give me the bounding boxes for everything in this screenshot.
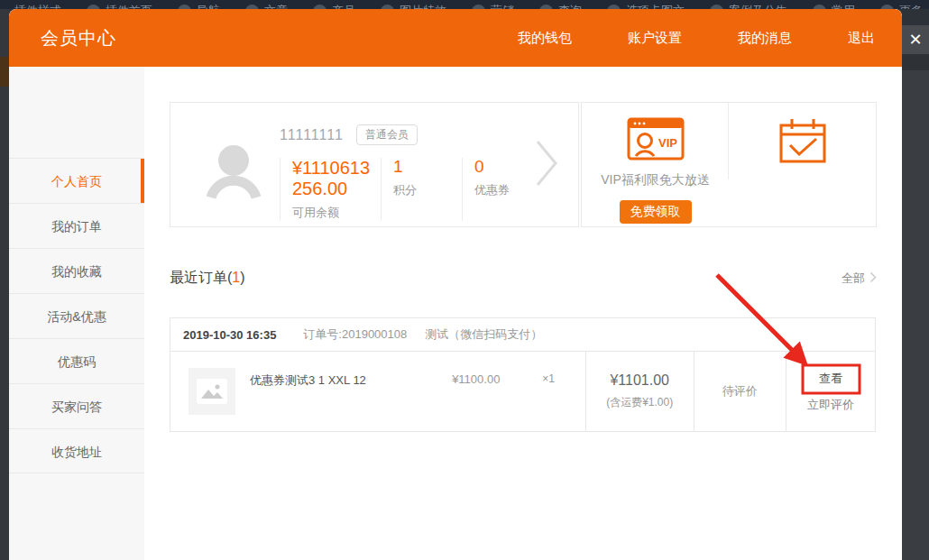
free-claim-button[interactable]: 免费领取: [620, 200, 692, 224]
vip-promo-text: VIP福利限免大放送: [601, 172, 710, 188]
svg-text:VIP: VIP: [658, 136, 677, 150]
backdrop-content-fragment: [902, 9, 929, 25]
sidebar: 个人首页 我的订单 我的收藏 活动&优惠 优惠码 买家问答 收货地址: [9, 67, 144, 560]
page-title: 会员中心: [41, 26, 116, 50]
view-order-button[interactable]: 查看: [819, 371, 842, 387]
avatar: [204, 139, 263, 226]
product-image-placeholder[interactable]: [189, 368, 235, 415]
nav-my-messages[interactable]: 我的消息: [738, 30, 792, 47]
order-total-amount: ¥1101.00: [610, 372, 669, 389]
main-content: 11111111 普通会员 ¥1110613256.00 可用余额 1 积分: [144, 67, 902, 560]
balance-stat: ¥1110613256.00 可用余额: [280, 158, 381, 221]
close-icon: ✕: [908, 31, 922, 49]
backdrop-content-fragment: [0, 57, 9, 87]
order-date: 2019-10-30 16:35: [183, 328, 276, 342]
nav-account-settings[interactable]: 账户设置: [628, 30, 682, 47]
backdrop-content-fragment: [902, 54, 929, 70]
calendar-check-icon: [778, 117, 827, 226]
order-card: 2019-10-30 16:35 订单号:2019000108 测试（微信扫码支…: [170, 317, 876, 432]
background-menu-item: 插件首页: [87, 3, 152, 9]
background-menu-item: 导航: [178, 3, 220, 9]
order-row: 优惠券测试3 1 XXL 12 ¥1100.00 ×1 ¥1101.00 (含运…: [170, 352, 875, 431]
member-level-badge: 普通会员: [356, 124, 418, 145]
balance-label: 可用余额: [292, 205, 381, 221]
nav-my-wallet[interactable]: 我的钱包: [518, 30, 572, 47]
background-menu-item: 产品: [313, 3, 355, 9]
sidebar-item-coupon-code[interactable]: 优惠码: [9, 338, 144, 383]
order-status-cell: 待评价: [694, 352, 786, 431]
sidebar-item-personal-home[interactable]: 个人首页: [9, 158, 144, 203]
order-pay-method: 测试（微信扫码支付）: [425, 326, 542, 343]
username: 11111111: [280, 127, 344, 143]
points-stat: 1 积分: [381, 158, 462, 221]
background-page-navbar: 插件样式 插件首页 导航 文章 产品 图片特效 营销 查询 选项卡图文 案例及公…: [0, 0, 929, 9]
order-action-cell: 查看 立即评价: [786, 352, 875, 431]
order-total-cell: ¥1101.00 (含运费¥1.00): [585, 352, 694, 431]
order-status: 待评价: [722, 383, 758, 399]
product-quantity: ×1: [542, 368, 555, 385]
product-name[interactable]: 优惠券测试3 1 XXL 12: [250, 368, 452, 389]
recent-orders-title: 最近订单(1): [170, 269, 245, 288]
chevron-right-icon: [869, 271, 877, 286]
view-all-orders-link[interactable]: 全部: [842, 271, 877, 287]
order-number: 订单号:2019000108: [303, 326, 407, 343]
coupons-label: 优惠券: [474, 182, 510, 198]
signin-calendar-cell[interactable]: [729, 103, 876, 226]
sidebar-item-activities-offers[interactable]: 活动&优惠: [9, 293, 144, 338]
order-product-cell: 优惠券测试3 1 XXL 12 ¥1100.00 ×1: [170, 352, 585, 431]
vip-window-icon: VIP: [627, 117, 685, 164]
background-menu-item: 查询: [539, 3, 582, 9]
order-header: 2019-10-30 16:35 订单号:2019000108 测试（微信扫码支…: [170, 318, 875, 352]
modal-header: 会员中心 我的钱包 账户设置 我的消息 退出: [9, 9, 902, 67]
coupons-value: 0: [474, 158, 510, 177]
sidebar-item-shipping-address[interactable]: 收货地址: [9, 428, 144, 473]
background-menu-item: 常用: [813, 3, 855, 9]
background-menu: 插件样式 插件首页 导航 文章 产品 图片特效 营销 查询 选项卡图文 案例及公…: [0, 0, 929, 9]
background-menu-item: 案例及公告: [710, 3, 787, 9]
background-menu-item: 插件样式: [14, 3, 61, 9]
background-menu-item: 营销: [472, 3, 514, 9]
sidebar-item-buyer-qa[interactable]: 买家问答: [9, 383, 144, 428]
backdrop-right-strip: ✕: [902, 9, 929, 560]
order-count: 1: [232, 270, 240, 285]
background-menu-item: 更多: [880, 3, 923, 9]
review-now-button[interactable]: 立即评价: [807, 397, 854, 413]
header-nav: 我的钱包 账户设置 我的消息 退出: [518, 30, 875, 47]
background-menu-item: 文章: [245, 3, 288, 9]
background-menu-item: 选项卡图文: [607, 3, 685, 9]
member-center-modal: 会员中心 我的钱包 账户设置 我的消息 退出 个人首页 我的订单 我的收藏 活动…: [9, 9, 902, 560]
product-price: ¥1100.00: [452, 368, 502, 386]
close-modal-button[interactable]: ✕: [902, 25, 929, 54]
shipping-fee-note: (含运费¥1.00): [606, 395, 673, 410]
vip-promo-cell: VIP VIP福利限免大放送 免费领取: [582, 103, 729, 226]
backdrop-left-strip: [0, 9, 9, 560]
balance-value: ¥1110613256.00: [292, 158, 379, 199]
background-menu-item: 图片特效: [381, 3, 446, 9]
profile-detail-arrow[interactable]: [535, 139, 558, 191]
coupons-stat: 0 优惠券: [462, 158, 510, 221]
nav-logout[interactable]: 退出: [848, 30, 875, 47]
profile-card: 11111111 普通会员 ¥1110613256.00 可用余额 1 积分: [170, 102, 579, 227]
sidebar-item-my-orders[interactable]: 我的订单: [9, 203, 144, 248]
points-label: 积分: [393, 182, 462, 198]
sidebar-item-my-favorites[interactable]: 我的收藏: [9, 248, 144, 293]
promo-card: VIP VIP福利限免大放送 免费领取: [581, 102, 877, 227]
points-value: 1: [393, 158, 462, 177]
